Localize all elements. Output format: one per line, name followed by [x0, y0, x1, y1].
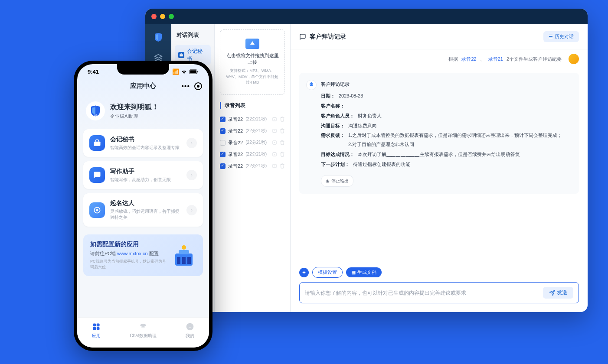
recording-item[interactable]: 录音22 (22分21秒) — [220, 137, 285, 149]
close-window-icon[interactable] — [151, 14, 157, 19]
recording-duration: (22分21秒) — [245, 163, 267, 169]
app-card[interactable]: 会记秘书 智能高效的会话内容记录及整理专家 › — [83, 129, 203, 157]
tab-apps[interactable]: 应用 — [92, 322, 101, 339]
svg-rect-0 — [180, 54, 183, 56]
recording-name: 录音22 — [228, 128, 243, 134]
recording-item[interactable]: 录音22 (22分21秒) — [220, 114, 285, 125]
recording-checkbox[interactable] — [220, 128, 226, 134]
maximize-window-icon[interactable] — [169, 14, 174, 19]
svg-point-6 — [310, 83, 313, 86]
svg-point-7 — [310, 84, 311, 84]
delete-icon[interactable] — [280, 128, 285, 133]
user-avatar[interactable] — [569, 54, 579, 64]
banner-desc: 请前往PC端 www.mxfox.cn 配置 — [90, 250, 167, 257]
app-logo-icon: AI — [86, 101, 105, 120]
upload-dropzone[interactable]: 点击或将文件拖拽到这里上传 支持格式：MP3、WMA、WAV、MOV，单个文件不… — [220, 29, 285, 95]
record-row: 下一步计划：待通过指标创建报表的功能 — [321, 160, 562, 169]
chat-message: 客户拜访记录 日期：2023-08-23客户名称：客户角色人员：财务负责人沟通目… — [299, 73, 579, 194]
sub-header: 根据 录音22、录音21 2个文件生成客户拜访纪要 — [291, 49, 588, 68]
welcome-subtitle: 企业级AI助理 — [110, 113, 159, 120]
svg-rect-19 — [182, 257, 186, 264]
recording-checkbox[interactable] — [220, 152, 226, 157]
doc-icon: ▦ — [351, 270, 356, 275]
banner-title: 如需配置新的应用 — [90, 240, 167, 248]
svg-point-21 — [182, 245, 186, 250]
app-card-icon — [89, 167, 105, 183]
phone-header-title: 应用中心 — [130, 82, 156, 90]
target-icon[interactable] — [194, 82, 202, 90]
main-content: 客户拜访记录 ☰ 历史对话 根据 录音22、录音21 2个文件生成客户拜访纪要 — [291, 24, 588, 312]
svg-rect-12 — [197, 71, 198, 73]
app-card-desc: 智能写作，灵感助力，创意无限 — [110, 177, 181, 183]
svg-point-27 — [186, 323, 193, 331]
config-banner[interactable]: 如需配置新的应用 请前往PC端 www.mxfox.cn 配置 PC端账号为当前… — [83, 234, 203, 276]
tab-mine[interactable]: 我的 — [185, 322, 195, 339]
recording-checkbox[interactable] — [220, 163, 226, 169]
recording-list-title: 录音列表 — [220, 102, 285, 109]
record-row: 客户角色人员：财务负责人 — [321, 111, 562, 120]
svg-rect-23 — [93, 324, 96, 327]
recording-duration: (22分21秒) — [245, 151, 267, 157]
delete-icon[interactable] — [280, 163, 285, 169]
app-card[interactable]: 写作助手 智能写作，灵感助力，创意无限 › — [83, 161, 203, 189]
recording-item[interactable]: 录音22 (22分21秒) — [220, 125, 285, 137]
welcome-section: AI 欢迎来到明狐！ 企业级AI助理 — [77, 94, 209, 129]
recording-name: 录音22 — [228, 116, 243, 123]
svg-rect-9 — [311, 82, 312, 83]
svg-rect-14 — [94, 142, 101, 146]
recording-checkbox[interactable] — [220, 140, 226, 146]
edit-icon[interactable] — [272, 128, 277, 133]
edit-icon[interactable] — [272, 152, 277, 157]
tab-chat[interactable]: Chat数据助理 — [130, 322, 156, 339]
delete-icon[interactable] — [280, 117, 285, 122]
stop-icon: ◉ — [326, 177, 330, 185]
app-card-desc: 智能高效的会话内容记录及整理专家 — [110, 145, 181, 151]
recording-item[interactable]: 录音22 (22分21秒) — [220, 160, 285, 172]
input-area: ✦ 模板设置 ▦生成文档 发送 — [291, 262, 588, 312]
wifi-icon — [181, 68, 187, 75]
edit-icon[interactable] — [272, 117, 277, 122]
more-icon[interactable]: ••• — [181, 82, 190, 90]
action-pill-icon[interactable]: ✦ — [299, 268, 309, 277]
send-icon — [549, 290, 555, 296]
app-card-icon — [89, 202, 105, 218]
recording-name: 录音22 — [228, 140, 243, 146]
recording-item[interactable]: 录音22 (22分21秒) — [220, 149, 285, 160]
send-button[interactable]: 发送 — [543, 287, 573, 299]
svg-rect-26 — [97, 327, 100, 330]
minimize-window-icon[interactable] — [160, 14, 165, 19]
recording-link-2[interactable]: 录音21 — [488, 56, 503, 62]
history-button[interactable]: ☰ 历史对话 — [543, 31, 579, 42]
status-icons: 📶 — [172, 68, 199, 75]
content-header: 客户拜访记录 ☰ 历史对话 — [291, 24, 588, 49]
chevron-right-icon: › — [186, 205, 197, 215]
app-card-title: 起名达人 — [110, 199, 181, 207]
svg-rect-24 — [97, 324, 100, 327]
pill-row: ✦ 模板设置 ▦生成文档 — [299, 267, 579, 278]
record-row: 客户名称： — [321, 101, 562, 110]
stop-output-button[interactable]: ◉ 停止输出 — [321, 175, 353, 187]
status-time: 9:41 — [88, 68, 99, 75]
recording-link-1[interactable]: 录音22 — [461, 56, 476, 62]
delete-icon[interactable] — [280, 140, 285, 145]
config-link[interactable]: www.mxfox.cn — [117, 251, 147, 256]
banner-illustration-icon — [172, 243, 196, 267]
svg-rect-18 — [177, 257, 180, 264]
edit-icon[interactable] — [272, 140, 277, 145]
rail-logo-icon[interactable] — [152, 31, 164, 43]
chat-input[interactable] — [305, 290, 539, 296]
recordings-panel: 点击或将文件拖拽到这里上传 支持格式：MP3、WMA、WAV、MOV，单个文件不… — [215, 24, 291, 312]
signal-icon: 📶 — [172, 68, 179, 75]
generate-doc-button[interactable]: ▦生成文档 — [346, 267, 382, 277]
phone-header: 应用中心 ••• — [77, 78, 209, 94]
welcome-title: 欢迎来到明狐！ — [110, 103, 159, 112]
app-card-title: 写作助手 — [110, 168, 181, 176]
banner-hint: PC端账号为当前授权手机号，默认密码为号码后六位 — [90, 259, 167, 270]
phone-notch — [117, 64, 169, 75]
edit-icon[interactable] — [272, 163, 277, 169]
recording-checkbox[interactable] — [220, 117, 226, 122]
app-card[interactable]: 起名达人 灵感敏锐，巧妙运用语言，善于捕捉独特之美 › — [83, 193, 203, 227]
grid-icon — [92, 322, 101, 332]
template-button[interactable]: 模板设置 — [312, 267, 343, 278]
delete-icon[interactable] — [280, 152, 285, 157]
